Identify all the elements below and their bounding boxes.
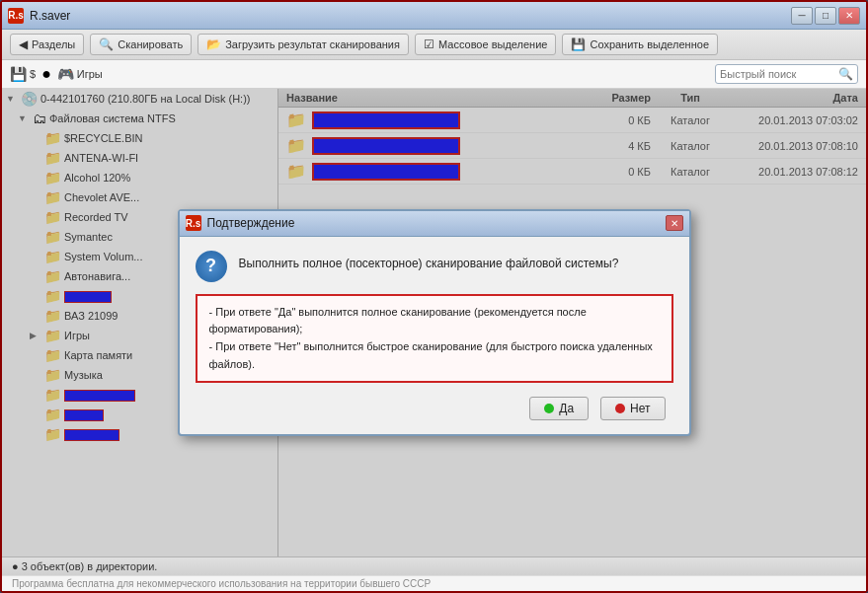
select-icon: ☑ (424, 37, 434, 51)
save-button[interactable]: 💾 Сохранить выделенное (562, 34, 718, 55)
question-icon: ? (196, 251, 227, 282)
search-icon[interactable]: 🔍 (838, 67, 853, 81)
modal-close-button[interactable]: ✕ (666, 215, 683, 231)
load-button[interactable]: 📂 Загрузить результат сканирования (197, 34, 409, 55)
search-input[interactable] (720, 68, 838, 80)
back-button[interactable]: ◀ Разделы (10, 34, 84, 55)
breadcrumb: 💾 $ (10, 66, 36, 82)
save-icon: 💾 (571, 37, 586, 51)
back-icon: ◀ (19, 37, 28, 51)
toolbar: ◀ Разделы 🔍 Сканировать 📂 Загрузить резу… (2, 30, 866, 60)
footer: Программа бесплатна для некоммерческого … (2, 575, 866, 591)
modal-info-box: - При ответе "Да" выполнится полное скан… (196, 294, 673, 383)
load-icon: 📂 (206, 37, 221, 51)
minimize-button[interactable]: ─ (791, 7, 813, 25)
modal-buttons: Да Нет (196, 397, 673, 420)
title-bar: R.s R.saver ─ □ ✕ (2, 2, 866, 30)
breadcrumb-games: 🎮 Игры (57, 66, 103, 82)
status-text: ● 3 объект(ов) в директории. (12, 560, 157, 572)
breadcrumb-bar: 💾 $ ● 🎮 Игры 🔍 (2, 60, 866, 89)
maximize-button[interactable]: □ (815, 7, 836, 25)
no-dot-icon (615, 404, 625, 413)
window-controls: ─ □ ✕ (791, 7, 860, 25)
modal-overlay: R.s Подтверждение ✕ ? Выполнить полное (… (2, 89, 866, 556)
modal-body: ? Выполнить полное (посекторное) сканиро… (180, 237, 689, 434)
scan-icon: 🔍 (99, 37, 114, 51)
modal-question-area: ? Выполнить полное (посекторное) сканиро… (196, 251, 673, 282)
modal-question-text: Выполнить полное (посекторное) сканирова… (239, 257, 619, 270)
status-bar: ● 3 объект(ов) в директории. (2, 556, 866, 575)
main-content: ▼ 💿 0-442101760 (210.80ГБ на Local Disk … (2, 89, 866, 556)
yes-dot-icon (544, 404, 554, 413)
modal-title: Подтверждение (207, 216, 666, 230)
confirmation-dialog: R.s Подтверждение ✕ ? Выполнить полное (… (178, 209, 691, 436)
close-button[interactable]: ✕ (838, 7, 860, 25)
modal-info-line1: - При ответе "Да" выполнится полное скан… (209, 304, 660, 338)
games-icon: 🎮 (57, 66, 74, 82)
yes-button[interactable]: Да (529, 397, 589, 420)
modal-info-line2: - При ответе "Нет" выполнится быстрое ск… (209, 338, 660, 373)
app-icon: R.s (8, 8, 24, 24)
main-window: R.s R.saver ─ □ ✕ ◀ Разделы 🔍 Сканироват… (0, 0, 868, 593)
scan-button[interactable]: 🔍 Сканировать (90, 34, 192, 55)
select-button[interactable]: ☑ Массовое выделение (415, 34, 556, 55)
no-button[interactable]: Нет (600, 397, 665, 420)
search-bar: 🔍 (715, 64, 858, 84)
window-title: R.saver (30, 9, 791, 23)
disk-icon: 💾 (10, 66, 27, 82)
footer-text: Программа бесплатна для некоммерческого … (12, 578, 431, 589)
modal-title-bar: R.s Подтверждение ✕ (180, 211, 689, 237)
modal-app-icon: R.s (186, 215, 201, 231)
